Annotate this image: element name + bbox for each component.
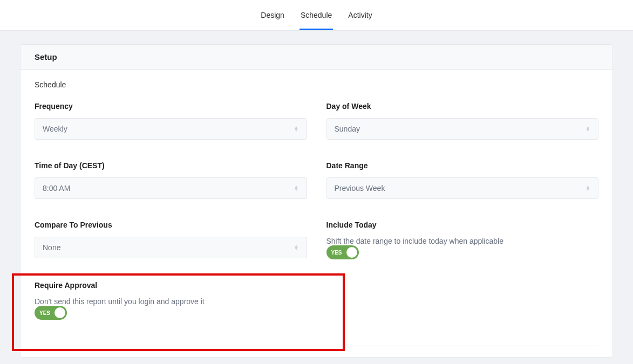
- includetoday-group: Include Today Shift the date range to in…: [326, 221, 599, 259]
- daterange-group: Date Range Previous Week ▲▼: [326, 161, 599, 199]
- timeofday-select[interactable]: 8:00 AM ▲▼: [35, 177, 307, 199]
- compare-group: Compare To Previous None ▲▼: [35, 221, 307, 259]
- compare-select[interactable]: None ▲▼: [35, 237, 307, 258]
- daterange-select[interactable]: Previous Week ▲▼: [326, 177, 599, 199]
- tab-design[interactable]: Design: [261, 0, 284, 30]
- section-heading: Schedule: [35, 80, 598, 89]
- chevron-updown-icon: ▲▼: [586, 186, 590, 191]
- chevron-updown-icon: ▲▼: [294, 245, 299, 250]
- timeofday-value: 8:00 AM: [43, 184, 70, 193]
- tabs-bar: Design Schedule Activity: [0, 0, 633, 31]
- chevron-updown-icon: ▲▼: [294, 186, 299, 191]
- timeofday-group: Time of Day (CEST) 8:00 AM ▲▼: [35, 161, 307, 199]
- daterange-value: Previous Week: [335, 184, 385, 193]
- includetoday-helper: Shift the date range to include today wh…: [326, 237, 503, 245]
- toggle-knob-icon: [346, 247, 357, 258]
- tab-activity[interactable]: Activity: [348, 0, 372, 30]
- timeofday-label: Time of Day (CEST): [35, 161, 307, 170]
- toggle-knob-icon: [55, 307, 65, 318]
- dayofweek-select[interactable]: Sunday ▲▼: [326, 118, 599, 140]
- requireapproval-toggle[interactable]: YES: [35, 306, 67, 320]
- compare-label: Compare To Previous: [35, 221, 307, 229]
- chevron-updown-icon: ▲▼: [586, 126, 590, 132]
- compare-value: None: [43, 243, 60, 252]
- dayofweek-group: Day of Week Sunday ▲▼: [326, 102, 599, 140]
- requireapproval-group: Require Approval Don't send this report …: [35, 281, 307, 320]
- setup-card: Setup Schedule Frequency Weekly ▲▼ Day o: [20, 44, 613, 358]
- dayofweek-label: Day of Week: [326, 102, 599, 111]
- tab-schedule[interactable]: Schedule: [301, 0, 332, 30]
- toggle-text: YES: [39, 310, 50, 316]
- daterange-label: Date Range: [326, 161, 599, 170]
- includetoday-toggle[interactable]: YES: [326, 245, 359, 259]
- frequency-label: Frequency: [35, 102, 307, 111]
- toggle-text: YES: [331, 250, 342, 256]
- frequency-select[interactable]: Weekly ▲▼: [35, 118, 307, 140]
- divider: [35, 346, 598, 346]
- chevron-updown-icon: ▲▼: [294, 126, 299, 132]
- frequency-group: Frequency Weekly ▲▼: [35, 102, 307, 140]
- card-title: Setup: [21, 45, 612, 70]
- includetoday-label: Include Today: [326, 221, 503, 229]
- frequency-value: Weekly: [43, 125, 67, 133]
- dayofweek-value: Sunday: [335, 125, 360, 133]
- requireapproval-helper: Don't send this report until you login a…: [35, 297, 205, 306]
- requireapproval-label: Require Approval: [35, 281, 205, 290]
